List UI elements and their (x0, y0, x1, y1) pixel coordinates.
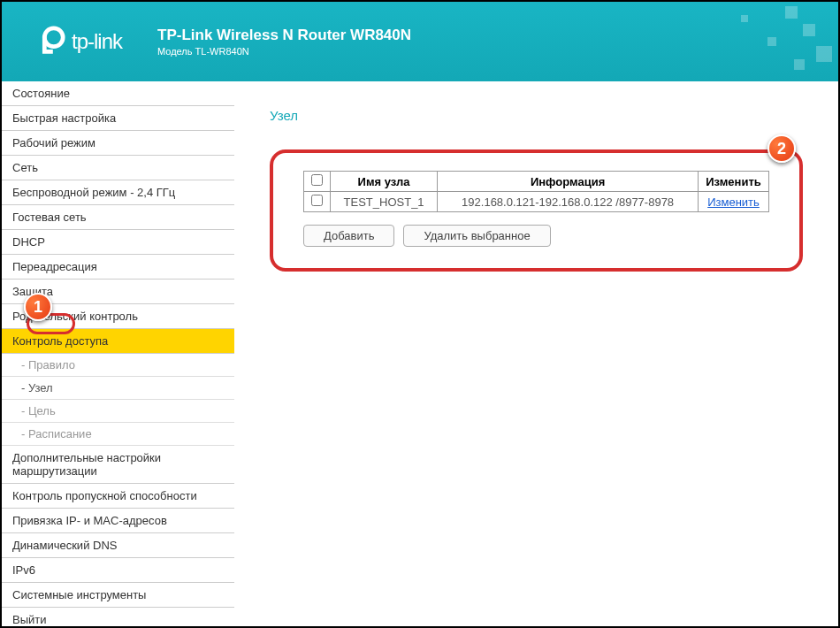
product-model: Модель TL-WR840N (157, 46, 411, 57)
menu-ipv6[interactable]: IPv6 (2, 558, 234, 583)
submenu-target[interactable]: - Цель (2, 400, 234, 423)
table-row: TEST_HOST_1 192.168.0.121-192.168.0.122 … (304, 192, 769, 212)
menu-system[interactable]: Системные инструменты (2, 583, 234, 608)
delete-selected-button[interactable]: Удалить выбранное (403, 225, 550, 247)
annotation-badge-2: 2 (767, 134, 796, 163)
menu-access-control[interactable]: Контроль доступа (2, 329, 234, 354)
content-area: Узел Имя узла Информация Изменить TEST_H… (234, 81, 838, 626)
menu-forwarding[interactable]: Переадресация (2, 255, 234, 280)
header-decoration (661, 2, 838, 81)
annotation-badge-1: 1 (24, 293, 52, 321)
logo: tp-link (33, 25, 122, 58)
menu-mode[interactable]: Рабочий режим (2, 131, 234, 156)
svg-rect-0 (785, 6, 798, 19)
host-table: Имя узла Информация Изменить TEST_HOST_1… (303, 171, 769, 212)
menu-status[interactable]: Состояние (2, 81, 234, 106)
header-checkbox-cell (304, 172, 331, 192)
menu-wireless[interactable]: Беспроводной режим - 2,4 ГГц (2, 180, 234, 205)
header: tp-link TP-Link Wireless N Router WR840N… (2, 2, 838, 81)
tplink-logo-icon (33, 25, 66, 58)
menu-ipmac[interactable]: Привязка IP- и MAC-адресов (2, 509, 234, 533)
edit-link[interactable]: Изменить (707, 195, 760, 209)
menu-dhcp[interactable]: DHCP (2, 230, 234, 255)
header-info: Информация (438, 172, 699, 192)
button-row: Добавить Удалить выбранное (303, 225, 769, 247)
select-all-checkbox[interactable] (311, 174, 323, 186)
add-button[interactable]: Добавить (303, 225, 394, 247)
product-title: TP-Link Wireless N Router WR840N (157, 27, 411, 44)
page-title: Узел (270, 108, 803, 123)
svg-point-6 (44, 28, 63, 47)
menu-bandwidth[interactable]: Контроль пропускной способности (2, 484, 234, 509)
header-edit: Изменить (699, 172, 769, 192)
highlighted-panel: Имя узла Информация Изменить TEST_HOST_1… (270, 149, 803, 272)
submenu-schedule[interactable]: - Расписание (2, 423, 234, 446)
sidebar: Состояние Быстрая настройка Рабочий режи… (2, 81, 234, 626)
cell-name: TEST_HOST_1 (331, 192, 438, 212)
logo-text: tp-link (72, 29, 122, 54)
menu-routing[interactable]: Дополнительные настройки маршрутизации (2, 446, 234, 484)
menu-ddns[interactable]: Динамический DNS (2, 533, 234, 558)
row-checkbox[interactable] (311, 195, 323, 206)
svg-rect-2 (767, 37, 776, 46)
row-checkbox-cell (304, 192, 331, 212)
svg-rect-1 (803, 24, 815, 36)
svg-rect-4 (741, 15, 748, 22)
svg-rect-3 (816, 46, 832, 62)
menu-guest[interactable]: Гостевая сеть (2, 205, 234, 230)
cell-edit: Изменить (699, 192, 769, 212)
svg-rect-5 (794, 59, 805, 70)
menu-quick-setup[interactable]: Быстрая настройка (2, 106, 234, 131)
cell-info: 192.168.0.121-192.168.0.122 /8977-8978 (438, 192, 699, 212)
menu-network[interactable]: Сеть (2, 156, 234, 180)
submenu-rule[interactable]: - Правило (2, 354, 234, 377)
table-header-row: Имя узла Информация Изменить (304, 172, 769, 192)
header-title: TP-Link Wireless N Router WR840N Модель … (157, 27, 411, 57)
header-name: Имя узла (331, 172, 438, 192)
submenu-host[interactable]: - Узел (2, 377, 234, 400)
menu-logout[interactable]: Выйти (2, 608, 234, 626)
